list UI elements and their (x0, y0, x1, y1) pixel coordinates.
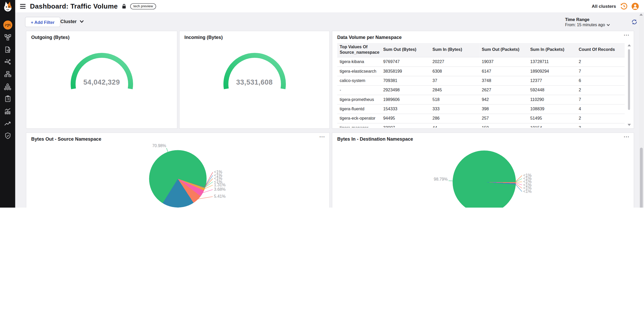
pie-slice-label: 98.79% (434, 177, 448, 181)
namespace-table-body: tigera-kibana97697472022719037137287112t… (337, 57, 625, 127)
managed-clusters-icon (4, 83, 11, 90)
cluster-filter-label: Cluster (60, 19, 77, 24)
sidebar-item-service-graph[interactable] (0, 31, 15, 43)
service-graph-icon (4, 34, 11, 41)
pie-slice-label: <1% (523, 186, 531, 190)
pie-slice-label: 70.98% (152, 144, 166, 148)
time-range: Time Range From: 15 minutes ago (565, 17, 610, 27)
table-row[interactable]: calico-system709381373748123776 (337, 76, 625, 85)
table-row[interactable]: tigera-elasticsearch38358199630861471890… (337, 66, 625, 76)
sidebar-item-activity[interactable] (0, 105, 15, 117)
scrollbar-thumb[interactable] (628, 49, 630, 110)
app-sidebar (0, 0, 15, 208)
sidebar-item-threat-defense[interactable] (0, 129, 15, 142)
sidebar-item-endpoints[interactable] (0, 56, 15, 68)
gauge-arc (67, 52, 137, 95)
incoming-bytes-gauge[interactable]: 33,531,608 (220, 52, 290, 95)
gauge-arc (220, 52, 290, 95)
chevron-down-icon (80, 20, 84, 23)
outgoing-bytes-gauge[interactable]: 54,042,329 (67, 52, 137, 95)
pie-slice-label: <1% (214, 176, 222, 181)
pie-slice-label: <1% (523, 183, 531, 187)
pie-slice-label: <1% (523, 173, 531, 177)
pie-slice-label: <1% (523, 179, 531, 184)
menu-icon[interactable] (19, 3, 26, 10)
chevron-down-icon (607, 24, 610, 26)
bytes-in-pie-chart[interactable] (453, 151, 516, 208)
panel-menu-icon[interactable]: ⋯ (623, 133, 630, 140)
sidebar-item-timeline[interactable] (0, 117, 15, 129)
endpoints-molecule-icon (4, 58, 11, 65)
panel-title: Incoming (Bytes) (180, 31, 330, 40)
add-filter-button[interactable]: + Add Filter (25, 17, 60, 27)
pie-slice-label: <1% (523, 176, 531, 181)
trend-arrow-icon (4, 120, 11, 127)
lock-icon (121, 3, 126, 9)
sidebar-item-compliance[interactable] (0, 93, 15, 105)
network-sets-icon (4, 71, 11, 78)
table-header-row: Top Values Of Source_namespace Sum Out (… (337, 43, 625, 57)
panel-outgoing-bytes: Outgoing (Bytes) 54,042,329 (26, 31, 178, 129)
table-row[interactable]: tigera-prometheus19896065189421102907 (337, 95, 625, 104)
panel-title: Data Volume per Namespace (332, 31, 634, 40)
col-header[interactable]: Top Values Of Source_namespace (337, 43, 381, 57)
time-range-value[interactable]: From: 15 minutes ago (565, 23, 610, 27)
sidebar-item-network-sets[interactable] (0, 68, 15, 80)
cluster-selector[interactable]: All clusters (592, 4, 616, 9)
bytes-out-pie-chart[interactable] (149, 150, 207, 207)
pie-slice-label: 1.31% (214, 183, 226, 187)
scroll-down-icon[interactable] (628, 124, 631, 126)
history-icon[interactable] (620, 2, 628, 10)
panel-title: Outgoing (Bytes) (26, 31, 177, 40)
sidebar-item-dashboards[interactable] (0, 19, 15, 31)
panel-title: Bytes In - Destination Namespace (332, 133, 634, 141)
top-header: Dashboard: Traffic Volume tech preview A… (15, 0, 644, 12)
pie-slice-label: <1% (214, 173, 222, 177)
table-row[interactable]: tigera-kibana97697472022719037137287112 (337, 57, 625, 66)
table-row[interactable]: tigera-manager3300744150101543 (337, 123, 625, 127)
cluster-filter-dropdown[interactable]: Cluster (60, 19, 83, 24)
scrollbar-thumb[interactable] (640, 148, 643, 208)
pie-slice-label: 3.68% (214, 187, 226, 192)
page-title: Dashboard: Traffic Volume (30, 2, 118, 10)
panel-menu-icon[interactable]: ⋯ (623, 32, 630, 38)
dashboard-content: + Add Filter Cluster Time Range From: 15… (15, 12, 644, 208)
col-header[interactable]: Sum In (Bytes) (430, 43, 479, 57)
panel-menu-icon[interactable]: ⋯ (319, 133, 325, 140)
activity-stats-icon (4, 107, 11, 115)
time-range-label: Time Range (565, 17, 610, 22)
compliance-clipboard-icon (4, 95, 11, 102)
panel-bytes-in-pie: Bytes In - Destination Namespace ⋯ <1%<1… (332, 132, 634, 208)
refresh-icon[interactable] (631, 19, 638, 27)
col-header[interactable]: Sum Out (Packets) (479, 43, 528, 57)
namespace-table: Top Values Of Source_namespace Sum Out (… (337, 43, 625, 128)
tech-preview-badge: tech preview (130, 3, 156, 9)
table-row[interactable]: tigera-fluentd1543333333981088394 (337, 104, 625, 114)
col-header[interactable]: Count Of Records (576, 43, 625, 57)
pie-slice-label: <1% (214, 170, 222, 174)
col-header[interactable]: Sum Out (Bytes) (381, 43, 430, 57)
dashboard-gauge-icon (3, 20, 12, 30)
calico-cat-logo[interactable] (2, 1, 14, 15)
pie-slice-label: <1% (523, 189, 531, 194)
main-column: Dashboard: Traffic Volume tech preview A… (15, 0, 644, 208)
sidebar-item-managed-clusters[interactable] (0, 80, 15, 93)
sidebar-item-policies[interactable] (0, 44, 15, 56)
col-header[interactable]: Sum In (Packets) (528, 43, 576, 57)
policies-icon (4, 46, 11, 53)
pie-slice-label: <1% (214, 180, 222, 184)
table-row[interactable]: -2923498284526275924482 (337, 85, 625, 95)
app-root: Dashboard: Traffic Volume tech preview A… (0, 0, 644, 208)
panel-data-volume-table: Data Volume per Namespace ⋯ Top Values O… (332, 31, 634, 129)
table-scrollbar[interactable] (627, 44, 631, 126)
shield-check-icon (4, 132, 11, 139)
panel-title: Bytes Out - Source Namespace (26, 133, 329, 141)
panel-incoming-bytes: Incoming (Bytes) 33,531,608 (179, 31, 330, 129)
pie-slice-label: 5.41% (214, 194, 226, 199)
panel-bytes-out-pie: Bytes Out - Source Namespace ⋯ <1%<1%<1%… (26, 132, 330, 208)
page-scrollbar[interactable] (639, 13, 643, 208)
user-avatar-icon[interactable] (631, 2, 639, 10)
scroll-up-icon[interactable] (640, 13, 643, 16)
table-row[interactable]: tigera-eck-operator94495286257514952 (337, 114, 625, 123)
scroll-up-icon[interactable] (628, 44, 631, 46)
